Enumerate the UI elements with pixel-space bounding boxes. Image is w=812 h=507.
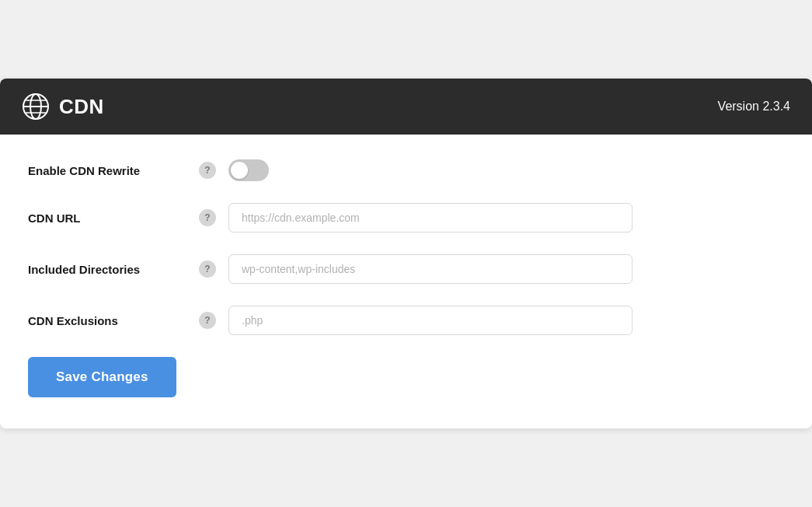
row-included-directories: Included Directories ? [28,254,784,284]
control-enable-cdn-rewrite [228,159,784,181]
panel-version: Version 2.3.4 [718,100,790,114]
panel-content: Enable CDN Rewrite ? CDN URL ? Included … [0,135,812,428]
save-button[interactable]: Save Changes [28,357,176,397]
input-cdn-exclusions[interactable] [228,306,633,335]
panel-title: CDN [59,95,104,119]
label-cdn-exclusions: CDN Exclusions [28,314,199,327]
row-cdn-url: CDN URL ? [28,203,784,233]
plugin-panel: CDN Version 2.3.4 Enable CDN Rewrite ? C… [0,79,812,428]
panel-header: CDN Version 2.3.4 [0,79,812,135]
toggle-slider [228,159,269,181]
help-cdn-exclusions[interactable]: ? [199,312,216,329]
control-cdn-exclusions [228,306,784,335]
help-cdn-url[interactable]: ? [199,209,216,226]
row-cdn-exclusions: CDN Exclusions ? [28,306,784,335]
save-button-row: Save Changes [28,357,784,397]
help-enable-cdn-rewrite[interactable]: ? [199,162,216,179]
label-enable-cdn-rewrite: Enable CDN Rewrite [28,164,199,177]
control-included-directories [228,254,784,284]
globe-icon [22,93,50,121]
input-included-directories[interactable] [228,254,633,284]
control-cdn-url [228,203,784,233]
input-cdn-url[interactable] [228,203,633,233]
label-cdn-url: CDN URL [28,212,199,225]
help-included-directories[interactable]: ? [199,260,216,278]
row-enable-cdn-rewrite: Enable CDN Rewrite ? [28,159,784,181]
header-left: CDN [22,93,104,121]
label-included-directories: Included Directories [28,263,199,276]
toggle-enable-cdn-rewrite[interactable] [228,159,269,181]
